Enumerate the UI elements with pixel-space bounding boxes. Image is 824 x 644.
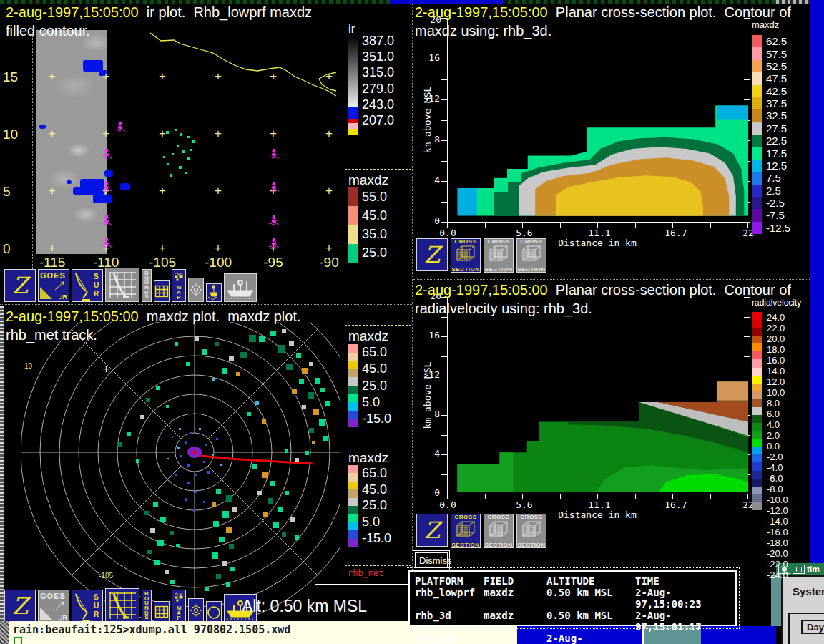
radar-echo (323, 436, 328, 441)
table-cell: maxdz (484, 610, 546, 633)
toolbar-button-small-grid[interactable] (154, 601, 170, 623)
radar-echo (185, 498, 187, 501)
radar-echo (247, 412, 251, 416)
toolbar-button-z-logo[interactable]: Z (416, 514, 448, 547)
toolbar-button-circle[interactable] (206, 601, 222, 623)
platform-info-table: PLATFORMFIELDALTITUDETIMErhb_lowprfmaxdz… (410, 572, 735, 644)
table-cell: 2-Aug-97,15:00:23 (635, 587, 735, 610)
radar-echo (232, 507, 237, 512)
toolbar-button-small-grid[interactable] (154, 280, 170, 302)
toolbar-button-grid-radar[interactable] (105, 268, 139, 302)
colorbar-ir-maxdz-bar (348, 187, 358, 263)
ir-title-time: 2-aug-1997,15:05:00 (6, 4, 139, 20)
ir-title-main: ir plot. Rhb_lowprf maxdz (147, 4, 312, 20)
radar-echo (212, 552, 218, 559)
toolbar-button-gear[interactable] (188, 278, 204, 302)
radar-echo (320, 388, 325, 392)
toolbar-button-goes-ir[interactable]: GOES .IR (38, 269, 69, 302)
table-cell (484, 633, 546, 644)
toolbar-button-cross-section[interactable]: CROSS SECTION (451, 514, 481, 548)
toolbar-button-z-logo[interactable]: Z (4, 269, 36, 302)
xsec-maxdz-toolbar: ZCROSS SECTIONCROSS SECTIONCROSS SECTION (416, 238, 546, 274)
x-tick-label: 16.7 (664, 228, 688, 238)
toolbar-button-z-logo[interactable]: Z (416, 238, 448, 271)
toolbar-button-grid-radar[interactable] (105, 588, 139, 623)
radar-echo (226, 527, 232, 533)
colorbar-ir-maxdz-title: maxdz (348, 172, 388, 188)
radar-echo (193, 509, 195, 512)
radar-echo (305, 451, 309, 455)
colorbar-radar-2-labels: 65.045.025.05.0-15.0 (362, 465, 413, 547)
toolbar-button-cross-section[interactable]: CROSS SECTION (516, 238, 546, 273)
radar-echo (299, 379, 304, 384)
toolbar-button-cross-section[interactable]: CROSS SECTION (484, 514, 514, 548)
radar-ppi-plot[interactable] (21, 322, 340, 623)
contour-layers (448, 18, 748, 222)
x-tick (747, 223, 748, 228)
x-tick (597, 494, 598, 499)
toolbar-button-buoy[interactable] (206, 283, 222, 302)
radar-echo (222, 368, 227, 374)
colorbar-xsec-maxdz-labels: 62.557.552.547.542.537.532.527.522.517.5… (766, 35, 818, 234)
toolbar-button-cross-section[interactable]: CROSS SECTION (516, 514, 546, 548)
xsec-maxdz-title-main: Planar cross-section plot. Contour of (556, 4, 791, 20)
radar-echo (308, 392, 314, 399)
x-tick (710, 494, 711, 499)
toolbar-button-map[interactable]: MAP (172, 590, 186, 623)
terminal-frame-stipple (0, 621, 9, 644)
day-button[interactable]: Day (801, 620, 824, 634)
toolbar-button-goes-ir[interactable]: GOES .IR (38, 590, 69, 623)
radar-echo (229, 356, 234, 361)
radar-echo (285, 491, 289, 495)
x-tick (635, 223, 636, 228)
xsec-maxdz-title-time: 2-aug-1997,15:05:00 (415, 4, 548, 20)
radar-echo (255, 401, 259, 405)
y-tick (441, 474, 447, 475)
radar-echo (165, 570, 169, 574)
toolbar-button-cross-section[interactable]: CROSS SECTION (451, 238, 481, 273)
toolbar-button-ship[interactable] (224, 273, 257, 302)
svg-text:R: R (94, 610, 99, 618)
x-tick-label: 0.0 (436, 499, 460, 510)
table-header: TIME (635, 575, 735, 587)
radar-echo (180, 455, 182, 457)
radar-echo (278, 507, 283, 512)
toolbar-button-bounds[interactable]: BOUNDS (142, 269, 152, 302)
radar-echo (259, 336, 265, 342)
radar-echo (220, 464, 222, 466)
y-tick (441, 202, 447, 203)
radar-cb-divider-2 (345, 449, 411, 449)
y-tick (441, 222, 447, 223)
y-tick-label: 0 (424, 215, 440, 226)
toolbar-button-z-logo[interactable]: Z (4, 590, 36, 623)
toolbar-button-radar-sur[interactable]: SUR (72, 590, 103, 623)
svg-text:S: S (94, 593, 99, 601)
y-tick (441, 415, 447, 416)
contour-layers (448, 297, 748, 494)
altitude-readout: Alt: 0.50 km MSL (242, 597, 367, 616)
radar-title-time: 2-aug-1997,15:05:00 (6, 308, 139, 324)
toolbar-button-bounds[interactable]: BOUNDS (142, 590, 152, 623)
colorbar-ir-maxdz-labels: 55.045.035.025.0 (362, 187, 413, 263)
toolbar-button-cross-section[interactable]: CROSS SECTION (484, 238, 514, 273)
x-tick (447, 494, 448, 499)
y-axis-title: km above MSL (422, 338, 433, 452)
colorbar-xsec-vel-bar (752, 312, 762, 510)
colorbar-xsec-maxdz-bar (752, 35, 762, 234)
zebra-display-screen: ++++++++++++++++++++++++-115-110-105-100… (0, 0, 824, 644)
y-tick-label: 16 (424, 52, 440, 63)
y-tick (441, 356, 447, 357)
xsec-vel-title: 2-aug-1997,15:05:00 Planar cross-section… (415, 282, 791, 298)
toolbar-button-map[interactable]: MAP (172, 269, 186, 302)
x-axis-title: Distance in km (547, 238, 647, 248)
dismiss-button[interactable]: Dismiss (415, 552, 448, 568)
radar-echo (213, 521, 219, 527)
contour-level-12.5-17.5 (717, 106, 748, 120)
toolbar-button-radar-sur[interactable]: SUR (72, 269, 103, 302)
radar-echo (302, 368, 308, 374)
map-x-tick-label: -95 (263, 255, 283, 270)
radar-echo (185, 441, 187, 444)
radar-panel-title: 2-aug-1997,15:05:00 maxdz plot. maxdz pl… (6, 308, 301, 325)
radar-echo (229, 544, 234, 549)
toolbar-button-gear[interactable] (188, 598, 204, 623)
